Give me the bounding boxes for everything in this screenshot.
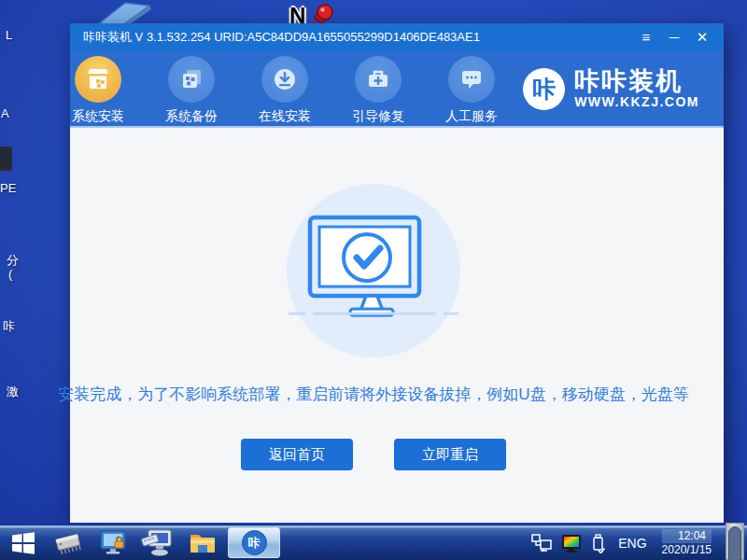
taskbar-display-lock-tool[interactable]	[95, 527, 131, 559]
monitor-lock-icon	[97, 528, 129, 558]
network-icon[interactable]	[530, 533, 553, 553]
nav-label: 引导修复	[352, 108, 404, 125]
clock[interactable]: 12:04 2020/1/15	[658, 527, 715, 559]
taskbar-file-explorer[interactable]	[185, 527, 220, 559]
backup-icon	[168, 56, 215, 103]
nav-label: 系统备份	[165, 108, 218, 125]
computer-keyboard-icon	[141, 528, 175, 558]
nav-item-boot-repair[interactable]: 引导修复	[350, 56, 406, 125]
brand-mark-icon: 咔	[523, 68, 565, 110]
taskbar-chip-tool[interactable]	[50, 527, 86, 559]
cpu-chip-icon	[52, 529, 84, 557]
installer-window: 咔咔装机 V 3.1.532.254 URID:A5C84DD9A1655055…	[70, 23, 724, 525]
toolbox-icon	[355, 56, 402, 103]
nav-bar: 系统安装 系统备份	[70, 51, 724, 128]
completion-message: 安装完成，为了不影响系统部署，重启前请将外接设备拔掉，例如U盘，移动硬盘，光盘等	[58, 384, 688, 405]
display-settings-icon[interactable]	[560, 533, 583, 553]
brand-logo: 咔 咔咔装机 WWW.KKZJ.COM	[523, 68, 699, 110]
nav-label: 人工服务	[445, 108, 498, 125]
chat-icon	[448, 56, 495, 103]
nav-label: 在线安装	[259, 108, 311, 125]
brand-site: WWW.KKZJ.COM	[574, 94, 699, 109]
nav-item-system-backup[interactable]: 系统备份	[163, 56, 219, 125]
language-indicator[interactable]: ENG	[614, 536, 650, 551]
desktop-label-fragment: 咔	[3, 318, 15, 335]
nav-item-system-install[interactable]: 系统安装	[70, 56, 126, 125]
folder-icon	[187, 529, 218, 557]
desktop-icon-fragment	[0, 147, 12, 169]
taskbar-computer-tool[interactable]	[140, 527, 176, 559]
windows-logo-icon	[11, 531, 35, 555]
desktop-label-fragment: A	[1, 106, 9, 120]
kaka-app-icon: 咔	[242, 530, 267, 555]
desktop-label-fragment: L	[6, 28, 12, 42]
desktop-label-fragment: (	[8, 267, 12, 281]
nav-label: 系统安装	[72, 108, 124, 125]
content-area: 安装完成，为了不影响系统部署，重启前请将外接设备拔掉，例如U盘，移动硬盘，光盘等…	[70, 128, 724, 523]
menu-icon[interactable]: ≡	[636, 28, 656, 47]
close-icon[interactable]: ✕	[692, 28, 712, 47]
desktop-label-fragment: 激	[7, 384, 19, 400]
package-icon	[75, 56, 121, 103]
start-button[interactable]	[6, 527, 41, 559]
desktop: N L A PE 分 ( 咔 激 咔咔装机 V 3.1.532.254 URID…	[0, 0, 747, 560]
back-home-button[interactable]: 返回首页	[241, 439, 353, 470]
nav-item-online-install[interactable]: 在线安装	[257, 56, 313, 125]
clock-time: 12:04	[662, 529, 712, 543]
title-bar[interactable]: 咔咔装机 V 3.1.532.254 URID:A5C84DD9A1655055…	[70, 23, 724, 51]
scrollbar-thumb[interactable]	[728, 526, 741, 560]
usb-safely-remove-icon[interactable]	[590, 533, 607, 553]
nav-item-support[interactable]: 人工服务	[444, 56, 500, 125]
download-icon	[261, 56, 308, 103]
taskbar-kaka-app[interactable]: 咔	[228, 527, 280, 558]
clock-date: 2020/1/15	[662, 543, 712, 557]
brand-name: 咔咔装机	[574, 68, 699, 94]
taskbar: 咔 ENG	[0, 525, 747, 560]
restart-now-button[interactable]: 立即重启	[394, 439, 506, 470]
desktop-label-fragment: PE	[0, 181, 16, 195]
scrollbar[interactable]	[726, 523, 744, 560]
minimize-icon[interactable]: ─	[664, 28, 684, 47]
install-complete-illustration	[285, 182, 462, 359]
window-title: 咔咔装机 V 3.1.532.254 URID:A5C84DD9A1655055…	[83, 29, 636, 46]
